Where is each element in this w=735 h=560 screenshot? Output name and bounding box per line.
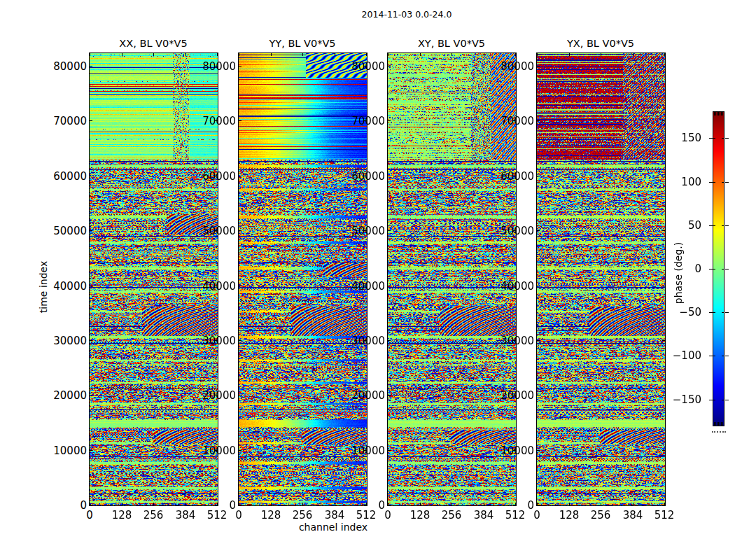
- y-tick-label: 40000: [343, 280, 385, 293]
- panel-title-xx: XX, BL V0*V5: [119, 38, 187, 50]
- colorbar-tick-mark: [725, 400, 729, 400]
- colorbar-tick-label: −50: [659, 306, 701, 318]
- colorbar-tick-mark: [709, 269, 713, 270]
- y-tick-label: 80000: [194, 60, 236, 73]
- colorbar-tick-mark: [725, 138, 729, 139]
- colorbar: [713, 111, 724, 426]
- y-tick-label: 80000: [343, 60, 385, 73]
- y-tick-label: 70000: [45, 115, 87, 127]
- colorbar-tick-label: 50: [659, 219, 701, 232]
- colorbar-canvas: [713, 112, 724, 426]
- y-tick-label: 70000: [343, 115, 385, 127]
- y-tick-label: 70000: [194, 115, 236, 127]
- colorbar-tick-label: 150: [659, 132, 701, 144]
- y-tick-label: 40000: [492, 280, 534, 293]
- y-tick-label: 40000: [45, 280, 87, 293]
- figure-title: 2014-11-03 0.0-24.0: [362, 9, 452, 20]
- colorbar-tick-mark: [709, 225, 713, 226]
- colorbar-tick-label: 100: [659, 176, 701, 188]
- y-tick-label: 80000: [45, 60, 87, 73]
- colorbar-tick-mark: [709, 138, 713, 139]
- heatmap-canvas-yx: [537, 53, 665, 505]
- colorbar-tick-label: −150: [659, 393, 701, 406]
- colorbar-tick-mark: [725, 312, 729, 313]
- y-tick-label: 60000: [343, 170, 385, 183]
- colorbar-tick-mark: [725, 356, 729, 356]
- y-tick-label: 10000: [194, 444, 236, 457]
- y-tick-label: 20000: [45, 389, 87, 402]
- y-tick-label: 40000: [194, 280, 236, 293]
- colorbar-tick-mark: [725, 225, 729, 226]
- y-tick-label: 70000: [492, 115, 534, 127]
- panel-title-yy: YY, BL V0*V5: [269, 38, 335, 50]
- panel-title-yx: YX, BL V0*V5: [567, 38, 634, 50]
- colorbar-tick-mark: [709, 400, 713, 400]
- colorbar-tick-mark: [725, 182, 729, 183]
- colorbar-tick-label: −100: [659, 349, 701, 362]
- y-tick-label: 10000: [45, 444, 87, 457]
- y-tick-label: 50000: [343, 225, 385, 237]
- y-tick-label: 50000: [492, 225, 534, 237]
- x-tick-label: 512: [640, 509, 689, 522]
- colorbar-tick-mark: [709, 356, 713, 356]
- y-tick-label: 50000: [194, 225, 236, 237]
- y-tick-label: 80000: [492, 60, 534, 73]
- y-tick-label: 20000: [194, 389, 236, 402]
- y-tick-label: 10000: [492, 444, 534, 457]
- y-tick-label: 60000: [194, 170, 236, 183]
- y-tick-label: 60000: [492, 170, 534, 183]
- y-tick-label: 60000: [45, 170, 87, 183]
- y-tick-label: 20000: [492, 389, 534, 402]
- y-tick-label: 50000: [45, 225, 87, 237]
- y-tick-label: 30000: [492, 335, 534, 347]
- y-axis-label: time index: [38, 261, 49, 313]
- heatmap-panel-yx: [536, 52, 666, 506]
- colorbar-tick-mark: [709, 312, 713, 313]
- colorbar-tick-mark: [709, 182, 713, 183]
- y-tick-label: 10000: [343, 444, 385, 457]
- x-axis-label: channel index: [299, 522, 368, 533]
- y-tick-label: 30000: [45, 335, 87, 347]
- y-tick-label: 30000: [343, 335, 385, 347]
- phase-waterfall-figure: 2014-11-03 0.0-24.0 XX, BL V0*V5 YY, BL …: [0, 0, 735, 560]
- colorbar-end-dotted-line: [712, 431, 726, 433]
- panel-title-xy: XY, BL V0*V5: [418, 38, 485, 50]
- y-tick-label: 20000: [343, 389, 385, 402]
- y-tick-label: 30000: [194, 335, 236, 347]
- colorbar-label: phase (deg.): [673, 242, 684, 304]
- colorbar-tick-mark: [725, 269, 729, 270]
